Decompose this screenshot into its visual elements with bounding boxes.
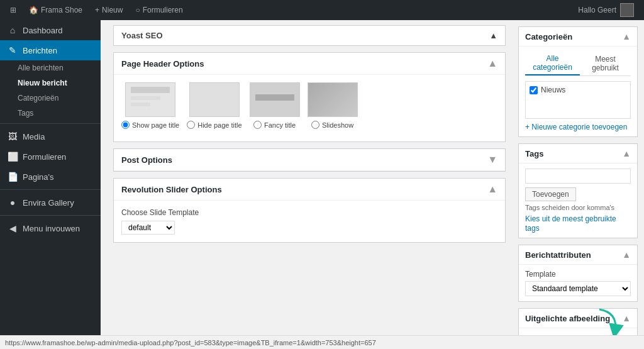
content-area: Yoast SEO ▲ Page Header Options ▲ (101, 20, 644, 335)
status-url: https://www.framashoe.be/wp-admin/media-… (5, 339, 376, 346)
yoast-seo-title: Yoast SEO (121, 31, 163, 40)
revolution-slider-toggle-icon: ▲ (487, 184, 497, 195)
header-option-slideshow: Slideshow (308, 82, 358, 129)
categories-title: Categorieën (525, 32, 572, 42)
revolution-slider-header[interactable]: Revolution Slider Options ▲ (114, 179, 505, 201)
header-option-show: Show page title (121, 82, 179, 129)
post-options-title: Post Options (121, 155, 172, 165)
berichtattributen-content: Template Standaard template (519, 265, 637, 301)
berichten-icon: ✎ (8, 45, 18, 55)
page-header-options-box: Page Header Options ▲ (113, 52, 506, 142)
sidebar-item-nieuw-bericht[interactable]: Nieuw bericht (0, 75, 101, 91)
header-option-show-radio[interactable] (121, 121, 130, 129)
envira-icon: ● (8, 197, 18, 208)
sidebar-item-formulieren[interactable]: ⬜ Formulieren (0, 147, 101, 167)
header-option-fancy-radio[interactable] (253, 121, 262, 129)
tags-input[interactable] (525, 169, 631, 184)
header-option-slideshow-radio[interactable] (311, 121, 319, 129)
slide-template-select[interactable]: default (121, 221, 175, 235)
featured-image-box: Uitgelichte afbeelding ▲ (518, 308, 638, 335)
featured-image-content: Uitgelichte afbeelding kiezen (519, 328, 637, 335)
header-option-show-label[interactable]: Show page title (121, 121, 179, 129)
header-thumb-show (125, 82, 175, 117)
header-options-grid: Show page title (121, 82, 497, 129)
berichtattributen-toggle-icon: ▲ (622, 250, 631, 260)
template-select[interactable]: Standaard template (525, 281, 631, 296)
page-header-options-title: Page Header Options (121, 59, 204, 69)
post-options-toggle-icon: ▼ (487, 154, 497, 165)
site-name-link[interactable]: 🏠 Frama Shoe (24, 0, 87, 20)
sidebar-divider-2 (0, 189, 101, 190)
revolution-slider-content: Choose Slide Template default (114, 201, 505, 242)
new-post-link[interactable]: + Nieuw (90, 0, 128, 20)
tab-alle-categorieen[interactable]: Alle categorieën (525, 52, 580, 75)
slide-template-label: Choose Slide Template (121, 208, 497, 217)
teal-arrow-annotation (593, 306, 625, 335)
formulieren-icon: ⬜ (8, 152, 18, 162)
wp-logo[interactable]: ⊞ (5, 0, 21, 20)
categories-content: Alle categorieën Meest gebruikt Nieuws +… (519, 47, 637, 136)
tags-content: Toevoegen Tags scheiden door komma's Kie… (519, 163, 637, 238)
center-panel: Yoast SEO ▲ Page Header Options ▲ (101, 20, 518, 335)
right-panel: Categorieën ▲ Alle categorieën Meest geb… (518, 20, 644, 335)
sidebar-item-menu-invouwen[interactable]: ◀ Menu invouwen (0, 218, 101, 238)
sidebar-item-berichten[interactable]: ✎ Berichten (0, 40, 101, 60)
tags-header[interactable]: Tags ▲ (519, 144, 637, 163)
sidebar: ⌂ Dashboard ✎ Berichten Alle berichten N… (0, 20, 101, 335)
categories-toggle-icon: ▲ (622, 31, 631, 42)
page-header-toggle-icon: ▲ (487, 58, 497, 69)
tags-add-button[interactable]: Toevoegen (525, 187, 576, 201)
header-option-hide-radio[interactable] (187, 121, 195, 129)
template-label: Template (525, 270, 631, 279)
tab-meest-gebruikt[interactable]: Meest gebruikt (580, 52, 631, 75)
status-bar: https://www.framashoe.be/wp-admin/media-… (0, 335, 644, 349)
header-option-fancy: Fancy title (250, 82, 300, 129)
forms-icon: ○ (135, 6, 140, 14)
sidebar-item-dashboard[interactable]: ⌂ Dashboard (0, 20, 101, 40)
header-thumb-fancy (250, 82, 300, 117)
sidebar-item-categorieen[interactable]: Categorieën (0, 91, 101, 106)
tags-box: Tags ▲ Toevoegen Tags scheiden door komm… (518, 143, 638, 238)
wp-logo-icon: ⊞ (10, 6, 16, 14)
add-category-link[interactable]: + Nieuwe categorie toevoegen (525, 123, 631, 131)
sidebar-item-alle-berichten[interactable]: Alle berichten (0, 60, 101, 75)
sidebar-item-media[interactable]: 🖼 Media (0, 126, 101, 147)
collapse-icon: ◀ (8, 223, 18, 233)
sidebar-divider-1 (0, 123, 101, 124)
yoast-toggle-icon: ▲ (489, 31, 497, 40)
categories-header[interactable]: Categorieën ▲ (519, 27, 637, 47)
yoast-seo-header[interactable]: Yoast SEO ▲ (114, 26, 505, 45)
revolution-slider-title: Revolution Slider Options (121, 185, 222, 194)
berichtattributen-header[interactable]: Berichtattributen ▲ (519, 245, 637, 265)
category-nieuws-checkbox[interactable] (530, 86, 538, 94)
header-thumb-hide (189, 82, 240, 117)
header-option-hide-label[interactable]: Hide page title (187, 121, 242, 129)
header-thumb-slideshow (308, 82, 358, 117)
sidebar-item-envira[interactable]: ● Envira Gallery (0, 192, 101, 213)
post-options-box: Post Options ▼ (113, 148, 506, 172)
plus-icon: + (95, 6, 99, 14)
header-option-fancy-label[interactable]: Fancy title (253, 121, 296, 129)
dashboard-icon: ⌂ (8, 25, 18, 35)
home-icon: 🏠 (29, 6, 38, 14)
tags-hint: Tags scheiden door komma's (525, 204, 631, 211)
berichtattributen-title: Berichtattributen (525, 250, 591, 260)
berichtattributen-box: Berichtattributen ▲ Template Standaard t… (518, 245, 638, 302)
tags-common-link[interactable]: Kies uit de meest gebruikte tags (525, 214, 616, 233)
page-header-options-header[interactable]: Page Header Options ▲ (114, 53, 505, 75)
formulieren-link[interactable]: ○ Formulieren (130, 0, 187, 20)
post-options-header[interactable]: Post Options ▼ (114, 149, 505, 171)
category-item-nieuws: Nieuws (530, 86, 626, 94)
paginas-icon: 📄 (8, 172, 18, 182)
berichten-submenu: Alle berichten Nieuw bericht Categorieën… (0, 60, 101, 121)
revolution-slider-box: Revolution Slider Options ▲ Choose Slide… (113, 178, 506, 243)
user-greeting: Hallo Geert (573, 3, 639, 17)
page-header-options-content: Show page title (114, 75, 505, 141)
categories-box: Categorieën ▲ Alle categorieën Meest geb… (518, 26, 638, 137)
sidebar-item-paginas[interactable]: 📄 Pagina's (0, 167, 101, 187)
avatar (620, 3, 634, 17)
header-option-slideshow-label[interactable]: Slideshow (311, 121, 353, 129)
yoast-seo-box: Yoast SEO ▲ (113, 25, 506, 46)
admin-bar: ⊞ 🏠 Frama Shoe + Nieuw ○ Formulieren Hal… (0, 0, 644, 20)
sidebar-item-tags[interactable]: Tags (0, 106, 101, 121)
